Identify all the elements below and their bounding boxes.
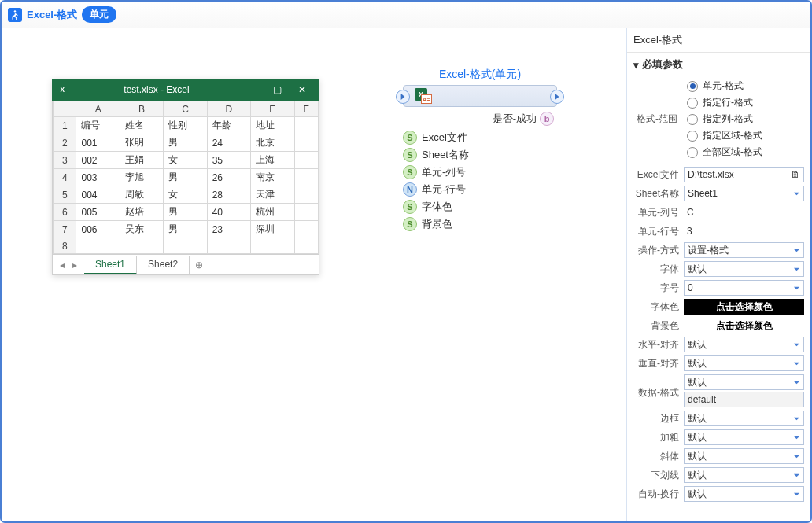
row-header[interactable]: 8 [54, 238, 76, 254]
radio-option[interactable]: 指定区域-格式 [687, 129, 762, 142]
cell[interactable]: 005 [76, 204, 120, 221]
column-header[interactable]: B [120, 101, 163, 117]
op-mode-combo[interactable]: 设置-格式 [684, 242, 804, 258]
pin-s-icon[interactable]: S [403, 148, 417, 162]
table-row[interactable]: 3002王娟女35上海 [54, 152, 319, 169]
bold-combo[interactable]: 默认 [684, 429, 804, 445]
cell[interactable]: 天津 [251, 186, 294, 204]
table-row[interactable]: 2001张明男24北京 [54, 134, 319, 152]
canvas[interactable]: X test.xlsx - Excel ─ ▢ ✕ ABCDEF 1编号姓名性别… [2, 28, 626, 521]
cell[interactable] [207, 238, 250, 254]
node-input-connector[interactable] [396, 90, 410, 104]
row-header[interactable]: 7 [54, 221, 76, 238]
sheet-tab[interactable]: Sheet2 [137, 256, 190, 274]
chevron-down-icon[interactable] [792, 414, 800, 422]
pin-s-icon[interactable]: S [403, 200, 417, 214]
table-row[interactable]: 1编号姓名性别年龄地址 [54, 117, 319, 134]
pin-s-icon[interactable]: S [403, 217, 417, 231]
collapse-triangle-icon[interactable]: ▾ [633, 59, 639, 71]
chevron-down-icon[interactable] [792, 341, 800, 348]
bg-color-button[interactable]: 点击选择颜色 [684, 318, 804, 333]
table-row[interactable]: 4003李旭男26南京 [54, 169, 319, 186]
pin-s-icon[interactable]: S [403, 165, 417, 179]
cell[interactable]: 003 [76, 169, 120, 186]
chevron-down-icon[interactable] [792, 471, 800, 479]
cell[interactable]: 北京 [251, 134, 294, 152]
radio-option[interactable]: 指定列-格式 [687, 112, 753, 126]
cell[interactable] [164, 238, 207, 254]
cell-col-value[interactable]: C [684, 204, 804, 220]
table-row[interactable]: 6005赵培男40杭州 [54, 204, 319, 221]
cell[interactable]: 001 [76, 134, 120, 152]
cell[interactable]: 深圳 [251, 221, 294, 238]
column-header[interactable]: A [76, 101, 120, 117]
cell[interactable]: 26 [207, 169, 250, 186]
corner-cell[interactable] [54, 101, 76, 117]
radio-option[interactable]: 全部区域-格式 [687, 145, 762, 159]
border-combo[interactable]: 默认 [684, 411, 804, 426]
row-header[interactable]: 2 [54, 134, 76, 152]
node-input-port[interactable]: S字体色 [403, 198, 557, 215]
cell[interactable]: 男 [164, 204, 207, 221]
font-color-button[interactable]: 点击选择颜色 [684, 299, 804, 315]
cell[interactable]: 王娟 [120, 152, 163, 169]
cell[interactable] [294, 238, 319, 254]
column-header[interactable]: D [207, 101, 250, 117]
cell[interactable] [294, 169, 319, 186]
data-format-text[interactable]: default [684, 392, 804, 407]
row-header[interactable]: 1 [54, 117, 76, 134]
wrap-combo[interactable]: 默认 [684, 486, 804, 502]
node-input-port[interactable]: SSheet名称 [403, 146, 557, 164]
cell[interactable]: 张明 [120, 134, 163, 152]
font-combo[interactable]: 默认 [684, 261, 804, 277]
cell[interactable]: 23 [207, 221, 250, 238]
sheet-nav-prev[interactable]: ◂ ▸ [53, 260, 84, 271]
radio-icon[interactable] [687, 147, 698, 158]
cell[interactable]: 男 [164, 169, 207, 186]
radio-icon[interactable] [687, 98, 698, 109]
cell[interactable]: 28 [207, 186, 250, 204]
node-header[interactable]: XA= [403, 85, 557, 107]
minimize-button[interactable]: ─ [239, 79, 264, 101]
column-header[interactable]: E [251, 101, 294, 117]
data-format-combo[interactable]: 默认 [684, 374, 804, 390]
font-size-combo[interactable]: 0 [684, 280, 804, 296]
cell[interactable]: 002 [76, 152, 120, 169]
row-header[interactable]: 6 [54, 204, 76, 221]
cell[interactable]: 女 [164, 152, 207, 169]
cell[interactable]: 杭州 [251, 204, 294, 221]
radio-icon[interactable] [687, 131, 698, 142]
chevron-down-icon[interactable] [792, 359, 800, 367]
underline-combo[interactable]: 默认 [684, 467, 804, 483]
cell[interactable]: 35 [207, 152, 250, 169]
node-input-port[interactable]: SExcel文件 [403, 129, 557, 146]
chevron-down-icon[interactable] [792, 190, 800, 197]
node-input-port[interactable]: S单元-列号 [403, 164, 557, 181]
cell[interactable]: 南京 [251, 169, 294, 186]
cell[interactable]: 上海 [251, 152, 294, 169]
file-browse-icon[interactable]: 🗎 [791, 169, 800, 180]
cell[interactable]: 004 [76, 186, 120, 204]
cell[interactable]: 24 [207, 134, 250, 152]
excel-file-input[interactable]: D:\test.xlsx🗎 [684, 167, 804, 182]
chevron-down-icon[interactable] [792, 246, 800, 254]
row-header[interactable]: 5 [54, 186, 76, 204]
cell[interactable] [294, 152, 319, 169]
column-header[interactable]: F [294, 101, 319, 117]
cell[interactable] [251, 238, 294, 254]
cell[interactable]: 男 [164, 134, 207, 152]
radio-icon[interactable] [687, 114, 698, 125]
cell[interactable]: 40 [207, 204, 250, 221]
cell[interactable]: 吴东 [120, 221, 163, 238]
cell[interactable]: 地址 [251, 117, 294, 134]
cell[interactable]: 编号 [76, 117, 120, 134]
chevron-down-icon[interactable] [792, 265, 800, 273]
cell[interactable] [294, 186, 319, 204]
excel-titlebar[interactable]: X test.xlsx - Excel ─ ▢ ✕ [52, 79, 319, 101]
maximize-button[interactable]: ▢ [264, 79, 290, 101]
cell[interactable]: 赵培 [120, 204, 163, 221]
cell[interactable]: 周敏 [120, 186, 163, 204]
node-excel-format[interactable]: Excel-格式(单元) XA= 是否-成功 b SExcel文件SSheet名… [403, 68, 557, 233]
close-button[interactable]: ✕ [290, 79, 315, 101]
sheet-name-combo[interactable]: Sheet1 [684, 186, 804, 201]
